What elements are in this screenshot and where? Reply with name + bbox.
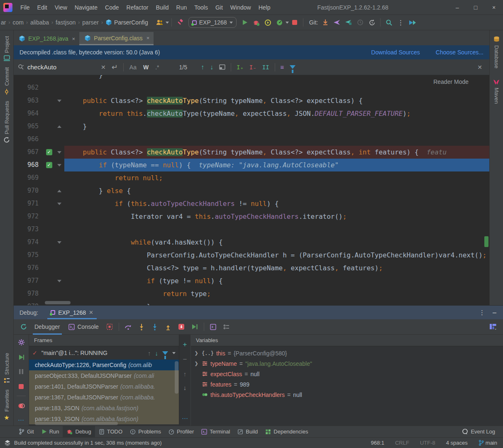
resume-icon[interactable] [16, 352, 27, 362]
run-to-cursor-icon[interactable] [189, 321, 200, 332]
code-line[interactable]: 970 } else { [14, 184, 489, 197]
force-step-into-icon[interactable] [149, 321, 160, 332]
stack-frame-row[interactable]: parse:183, JSON(com.alibaba.fastjson) [29, 403, 179, 414]
breakpoint-gutter[interactable] [44, 262, 54, 274]
git-toolwindow-button[interactable]: Git [15, 426, 38, 438]
fold-marker[interactable] [54, 120, 64, 133]
debug-settings-gear-icon[interactable] [16, 337, 27, 348]
code-line[interactable]: 979 } [14, 300, 489, 305]
show-execution-point-icon[interactable] [104, 321, 115, 332]
coverage-button[interactable] [263, 17, 273, 27]
status-message[interactable]: Build completed successfully in 1 sec, 3… [14, 440, 162, 446]
close-button[interactable]: × [485, 0, 503, 15]
fold-marker[interactable] [54, 75, 64, 81]
code-line[interactable]: 962 [14, 81, 489, 94]
breakpoint-gutter[interactable] [44, 94, 54, 107]
users-icon[interactable] [155, 17, 165, 27]
code-with-me-icon[interactable] [407, 17, 417, 27]
filter-lines-icon[interactable]: ≡ [281, 64, 284, 71]
stack-frame-row[interactable]: parseObject:333, DefaultJSONParser(com.a… [29, 370, 179, 381]
menu-item-view[interactable]: View [51, 0, 71, 15]
frame-up-icon[interactable]: ↑ [148, 350, 151, 357]
hide-frames-filter-icon[interactable] [162, 350, 168, 356]
code-line[interactable]: 968✓ if (typeName == null) { typeName: "… [14, 159, 489, 171]
search-everywhere-icon[interactable] [384, 17, 394, 27]
select-all-matches-icon[interactable] [219, 64, 225, 70]
menu-item-git[interactable]: Git [212, 0, 227, 15]
users-dropdown-icon[interactable] [166, 22, 169, 24]
sidebar-item-database[interactable]: Database [493, 36, 500, 69]
fold-marker[interactable] [54, 249, 64, 262]
git-push-protected-icon[interactable] [344, 17, 354, 27]
code-line[interactable]: 965 } [14, 120, 489, 133]
choose-sources-link[interactable]: Choose Sources... [436, 49, 483, 56]
menu-item-navigate[interactable]: Navigate [71, 0, 101, 15]
fold-marker[interactable] [54, 81, 64, 94]
search-filter-icon[interactable] [290, 65, 295, 69]
code-line[interactable]: 966 [14, 133, 489, 146]
fold-marker[interactable] [54, 94, 64, 107]
select-all-occurrences-icon[interactable]: II [262, 64, 269, 71]
problems-toolwindow-button[interactable]: Problems [126, 426, 165, 438]
profiler-toolwindow-button[interactable]: Profiler [165, 426, 198, 438]
variable-row[interactable]: features=989 [191, 379, 503, 389]
step-into-icon[interactable] [136, 321, 147, 332]
breakpoint-gutter[interactable] [44, 249, 54, 262]
breakpoint-gutter[interactable] [44, 133, 54, 146]
expand-icon[interactable]: ❯ [193, 350, 199, 356]
indent-style[interactable]: 4 spaces [446, 440, 468, 446]
breakpoint-gutter[interactable] [44, 274, 54, 287]
breadcrumb-item[interactable]: com [12, 19, 24, 26]
profiler-dropdown-icon[interactable] [286, 22, 289, 24]
remove-occurrence-icon[interactable]: I₋ [249, 64, 256, 71]
view-breakpoints-icon[interactable] [16, 400, 27, 411]
run-config-selector[interactable]: EXP_1268 [188, 17, 237, 28]
breakpoint-checkbox[interactable]: ✓ [46, 162, 52, 168]
run-toolwindow-button[interactable]: Run [38, 426, 63, 438]
editor-tab-exp-1268-java[interactable]: EXP_1268.java× [14, 32, 79, 45]
breadcrumb-item[interactable]: fastjson [55, 19, 76, 26]
maximize-button[interactable]: □ [466, 0, 485, 15]
rerun-icon[interactable] [18, 321, 29, 332]
breakpoint-gutter[interactable] [44, 171, 54, 184]
words-toggle[interactable]: W [143, 64, 149, 71]
breakpoint-gutter[interactable] [44, 120, 54, 133]
restore-layout-icon[interactable] [488, 321, 498, 332]
reset-frame-icon[interactable] [176, 321, 187, 332]
hide-debug-icon[interactable]: – [493, 309, 496, 316]
close-session-icon[interactable]: ✕ [89, 309, 93, 316]
editor-horizontal-scrollbar[interactable] [45, 301, 71, 304]
fold-marker[interactable] [54, 210, 64, 223]
stop-debug-icon[interactable] [16, 381, 27, 392]
menu-item-tools[interactable]: Tools [190, 0, 212, 15]
code-editor[interactable]: Reader Mode }962963 public Class<?> chec… [14, 75, 489, 305]
menu-item-refactor[interactable]: Refactor [123, 0, 152, 15]
breadcrumb-item-current[interactable]: ParserConfig [105, 19, 149, 26]
run-button[interactable] [240, 17, 250, 27]
add-occurrence-icon[interactable]: I₊ [237, 64, 244, 71]
git-update-icon[interactable] [320, 17, 330, 27]
match-case-toggle[interactable]: Aa [129, 64, 137, 71]
frames-h-scrollbar[interactable] [35, 422, 118, 425]
variable-row[interactable]: this.autoTypeCheckHandlers=null [191, 389, 503, 400]
breakpoint-gutter[interactable] [44, 75, 54, 81]
code-line[interactable]: 974 while(var4.hasNext()) { [14, 236, 489, 249]
code-line[interactable]: 972 Iterator var4 = this.autoTypeCheckHa… [14, 210, 489, 223]
breakpoint-gutter[interactable] [44, 197, 54, 210]
prev-match-icon[interactable]: ↑ [201, 64, 204, 71]
code-line[interactable]: 976 Class<?> type = h.handler(typeName, … [14, 262, 489, 274]
profiler-button[interactable] [275, 17, 285, 27]
search-input[interactable]: checkAuto [27, 64, 98, 71]
fold-marker[interactable] [54, 184, 64, 197]
code-line[interactable]: 963 public Class<?> checkAutoType(String… [14, 94, 489, 107]
fold-marker[interactable] [54, 274, 64, 287]
variable-row[interactable]: ❯typeName="java.lang.AutoCloseable" [191, 358, 503, 369]
minimize-button[interactable]: – [448, 0, 466, 15]
code-line[interactable]: 967✓ public Class<?> checkAutoType(Strin… [14, 146, 489, 159]
breakpoint-gutter[interactable]: ✓ [44, 146, 54, 159]
editor-vertical-scrollbar[interactable] [483, 75, 489, 305]
fold-marker[interactable] [54, 197, 64, 210]
caret-position[interactable]: 968:1 [371, 440, 384, 446]
thread-dropdown-icon[interactable] [172, 352, 176, 354]
expand-icon[interactable]: ❯ [193, 361, 199, 366]
